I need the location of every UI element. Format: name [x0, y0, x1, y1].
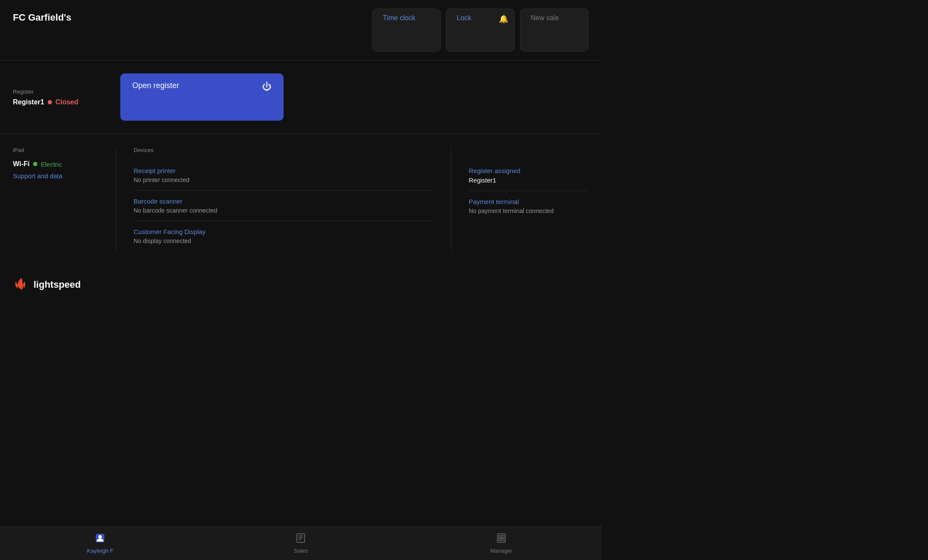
register-assigned-value: Register1 — [469, 177, 589, 184]
lightspeed-logo-text: lightspeed — [34, 279, 81, 290]
register-name: Register1 — [13, 98, 44, 106]
main-section: iPad Wi-Fi Electric Support and data Dev… — [0, 134, 601, 264]
app-title: FC Garfield's — [13, 9, 99, 23]
support-link[interactable]: Support and data — [13, 172, 99, 180]
payment-terminal-item: Payment terminal No payment terminal con… — [469, 191, 589, 221]
bell-icon: 🔔 — [499, 14, 508, 24]
payment-terminal-title: Payment terminal — [469, 198, 589, 205]
customer-display-item: Customer Facing Display No display conne… — [134, 221, 434, 251]
lock-button[interactable]: Lock 🔔 — [446, 9, 515, 52]
devices-column: Devices Receipt printer No printer conne… — [116, 147, 434, 251]
time-clock-button[interactable]: Time clock — [372, 9, 441, 52]
barcode-scanner-item: Barcode scanner No barcode scanner conne… — [134, 191, 434, 221]
receipt-printer-link[interactable]: Receipt printer — [134, 167, 434, 174]
right-column: Register assigned Register1 Payment term… — [451, 147, 589, 251]
receipt-printer-status: No printer connected — [134, 177, 434, 183]
logo-section: lightspeed — [0, 264, 601, 305]
register-section: Register Register1 Closed Open register … — [0, 61, 601, 134]
register-status-dot — [48, 100, 52, 104]
header: FC Garfield's Time clock Lock 🔔 New sale — [0, 0, 601, 61]
open-register-label: Open register — [132, 81, 179, 90]
wifi-label: Wi-Fi — [13, 160, 30, 168]
right-col-spacer — [469, 147, 589, 153]
wifi-status-dot — [33, 162, 37, 166]
register-assigned-item: Register assigned Register1 — [469, 160, 589, 191]
header-buttons: Time clock Lock 🔔 New sale — [372, 9, 589, 52]
customer-display-status: No display connected — [134, 237, 434, 244]
barcode-scanner-link[interactable]: Barcode scanner — [134, 198, 434, 205]
power-icon: ⏻ — [262, 81, 272, 92]
receipt-printer-item: Receipt printer No printer connected — [134, 160, 434, 191]
register-label: Register — [13, 88, 107, 95]
customer-display-link[interactable]: Customer Facing Display — [134, 228, 434, 235]
ipad-section-label: iPad — [13, 147, 99, 153]
register-assigned-title: Register assigned — [469, 167, 589, 174]
new-sale-button[interactable]: New sale — [520, 9, 589, 52]
wifi-row: Wi-Fi Electric — [13, 160, 99, 168]
wifi-status-text: Electric — [41, 161, 62, 168]
open-register-button[interactable]: Open register ⏻ — [120, 73, 284, 121]
register-status-text: Closed — [55, 98, 78, 106]
lightspeed-logo-icon — [13, 277, 28, 292]
devices-section-label: Devices — [134, 147, 434, 153]
payment-terminal-status: No payment terminal connected — [469, 207, 589, 214]
barcode-scanner-status: No barcode scanner connected — [134, 207, 434, 214]
register-info: Register Register1 Closed — [13, 88, 107, 106]
register-name-row: Register1 Closed — [13, 98, 107, 106]
ipad-column: iPad Wi-Fi Electric Support and data — [13, 147, 99, 251]
